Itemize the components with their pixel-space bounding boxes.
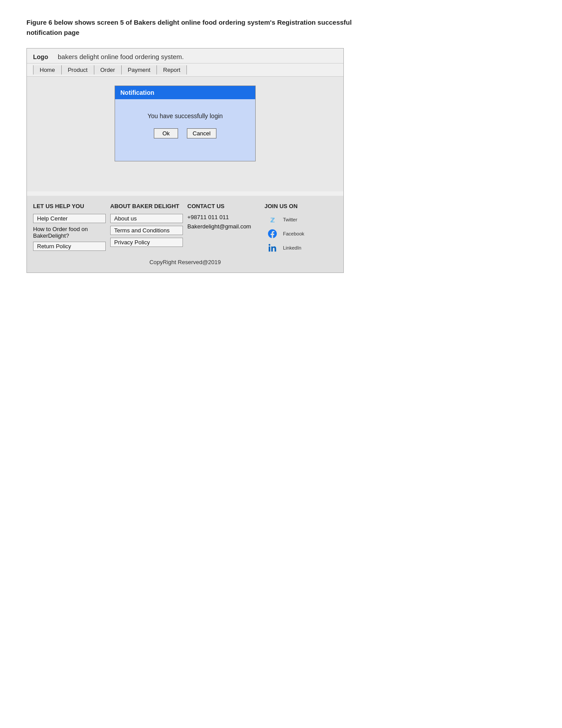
dialog-message: You have successfully login bbox=[148, 112, 223, 119]
cancel-button[interactable]: Cancel bbox=[187, 128, 216, 138]
contact-phone: +98711 011 011 bbox=[187, 214, 260, 220]
nav-order[interactable]: Order bbox=[94, 65, 122, 75]
footer-col-social: JOIN US ON 𝕫 Twitter Facebook bbox=[264, 203, 337, 254]
footer: LET US HELP YOU Help Center How to Order… bbox=[27, 196, 343, 273]
main-content: Notification You have successfully login… bbox=[27, 77, 343, 191]
nav-report[interactable]: Report bbox=[157, 65, 187, 75]
linkedin-icon bbox=[264, 242, 280, 254]
nav-payment[interactable]: Payment bbox=[122, 65, 157, 75]
browser-window: Logo bakers delight online food ordering… bbox=[26, 48, 344, 273]
return-policy-link[interactable]: Return Policy bbox=[33, 242, 106, 251]
facebook-label: Facebook bbox=[283, 231, 304, 236]
footer-col4-title: JOIN US ON bbox=[264, 203, 298, 209]
footer-col-contact: CONTACT US +98711 011 011 Bakerdelight@g… bbox=[187, 203, 260, 230]
footer-col2-title: ABOUT BAKER DELIGHT bbox=[110, 203, 183, 209]
nav-product[interactable]: Product bbox=[62, 65, 94, 75]
facebook-icon bbox=[264, 228, 280, 239]
site-title: bakers delight online food ordering syst… bbox=[58, 53, 184, 60]
dialog-buttons: Ok Cancel bbox=[154, 128, 216, 138]
help-center-link[interactable]: Help Center bbox=[33, 214, 106, 223]
ok-button[interactable]: Ok bbox=[154, 128, 178, 138]
linkedin-label: LinkedIn bbox=[283, 245, 301, 250]
about-us-link[interactable]: About us bbox=[110, 214, 183, 223]
footer-col-about: ABOUT BAKER DELIGHT About us Terms and C… bbox=[110, 203, 183, 247]
twitter-social[interactable]: 𝕫 Twitter bbox=[264, 214, 297, 225]
twitter-label: Twitter bbox=[283, 217, 297, 222]
navbar: Home Product Order Payment Report bbox=[27, 63, 343, 77]
footer-col-help: LET US HELP YOU Help Center How to Order… bbox=[33, 203, 106, 251]
notification-dialog: Notification You have successfully login… bbox=[115, 86, 256, 161]
facebook-social[interactable]: Facebook bbox=[264, 228, 304, 239]
twitter-icon: 𝕫 bbox=[264, 214, 280, 225]
footer-columns: LET US HELP YOU Help Center How to Order… bbox=[33, 203, 337, 254]
linkedin-social[interactable]: LinkedIn bbox=[264, 242, 301, 254]
footer-col3-title: CONTACT US bbox=[187, 203, 260, 209]
how-to-order-link[interactable]: How to Order food on BakerDelight? bbox=[33, 226, 106, 239]
caption-text: Figure 6 below shows screen 5 of Bakers … bbox=[26, 18, 357, 37]
logo: Logo bbox=[33, 53, 51, 60]
footer-col1-title: LET US HELP YOU bbox=[33, 203, 106, 209]
nav-home[interactable]: Home bbox=[33, 65, 62, 75]
header: Logo bakers delight online food ordering… bbox=[27, 49, 343, 63]
privacy-link[interactable]: Privacy Policy bbox=[110, 238, 183, 247]
footer-copyright: CopyRight Reserved@2019 bbox=[33, 259, 337, 268]
contact-email: Bakerdelight@gmail.com bbox=[187, 223, 260, 230]
dialog-titlebar: Notification bbox=[115, 86, 255, 99]
dialog-body: You have successfully login Ok Cancel bbox=[115, 99, 255, 161]
terms-link[interactable]: Terms and Conditions bbox=[110, 226, 183, 235]
